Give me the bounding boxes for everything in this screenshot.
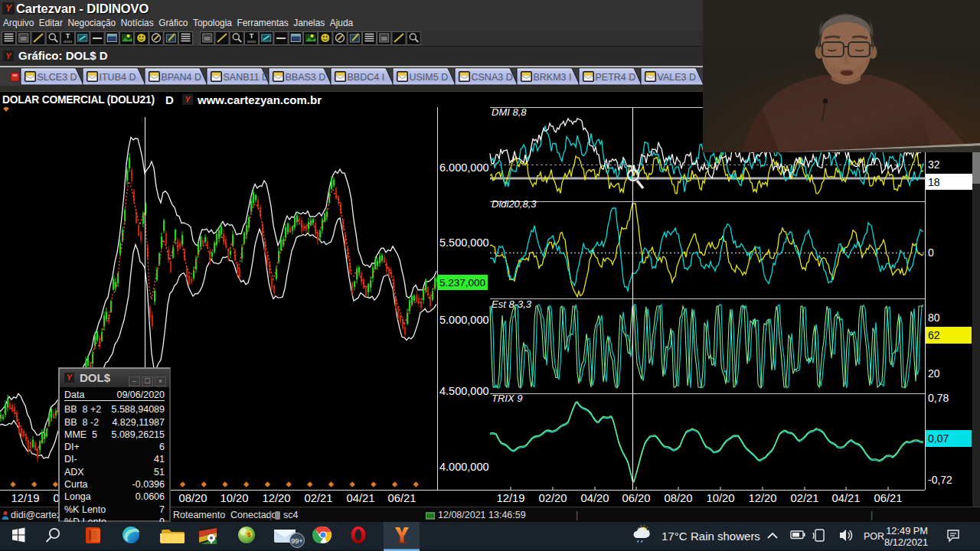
- svg-text:02/20: 02/20: [538, 492, 567, 504]
- svg-text:VALE3 D: VALE3 D: [658, 72, 697, 83]
- svg-text:04/21: 04/21: [346, 492, 374, 504]
- svg-text:12:49 PM: 12:49 PM: [886, 525, 928, 536]
- svg-text:5.500,000: 5.500,000: [439, 236, 489, 249]
- svg-text:BRKM3 I: BRKM3 I: [534, 72, 572, 83]
- svg-text:62: 62: [928, 329, 940, 341]
- svg-text:POR: POR: [864, 531, 884, 542]
- svg-text:12/20: 12/20: [262, 492, 290, 504]
- svg-text:4.500,000: 4.500,000: [439, 385, 489, 397]
- svg-text:SANB11 D: SANB11 D: [224, 72, 270, 83]
- svg-text:Rain showers: Rain showers: [691, 530, 760, 543]
- svg-text:12/19: 12/19: [11, 492, 39, 504]
- svg-text:80: 80: [928, 311, 940, 324]
- svg-text:12/20: 12/20: [748, 492, 776, 504]
- svg-text:04/20: 04/20: [580, 492, 609, 504]
- svg-text:32: 32: [928, 158, 940, 171]
- svg-text:6.000,000: 6.000,000: [439, 161, 489, 174]
- svg-text:08/20: 08/20: [664, 492, 692, 504]
- svg-text:-0,72: -0,72: [928, 474, 952, 486]
- svg-text:Didi20,8,3: Didi20,8,3: [492, 198, 537, 210]
- svg-text:texto: texto: [247, 39, 256, 44]
- svg-text:18: 18: [928, 176, 940, 188]
- svg-text:BPAN4 D: BPAN4 D: [162, 72, 202, 83]
- svg-text:Est 8-3,3: Est 8-3,3: [492, 298, 532, 310]
- svg-text:04/21: 04/21: [831, 492, 860, 504]
- svg-text:10/20: 10/20: [220, 492, 248, 504]
- svg-text:5.000,000: 5.000,000: [439, 314, 489, 326]
- svg-text:TRIX 9: TRIX 9: [492, 393, 522, 404]
- svg-text:17°C: 17°C: [662, 530, 688, 543]
- svg-text:8/12/2021: 8/12/2021: [884, 536, 928, 548]
- svg-text:99+: 99+: [291, 537, 302, 545]
- svg-text:0,78: 0,78: [928, 392, 949, 404]
- svg-text:06/21: 06/21: [387, 492, 416, 504]
- svg-text:texto: texto: [64, 39, 72, 44]
- svg-text:10/20: 10/20: [706, 492, 734, 504]
- svg-text:CSNA3 D: CSNA3 D: [472, 72, 513, 83]
- svg-text:0: 0: [928, 246, 934, 259]
- svg-text:06/20: 06/20: [622, 492, 650, 504]
- svg-text:02/21: 02/21: [304, 492, 332, 504]
- svg-text:4.000,000: 4.000,000: [439, 461, 489, 473]
- svg-text:08/20: 08/20: [178, 492, 207, 504]
- svg-text:06/21: 06/21: [874, 492, 902, 504]
- svg-text:5.237,000: 5.237,000: [439, 277, 485, 289]
- svg-text:USIM5 D: USIM5 D: [410, 72, 449, 83]
- svg-text:SLCE3 D: SLCE3 D: [38, 72, 77, 83]
- svg-text:$: $: [247, 531, 251, 539]
- svg-text:02/21: 02/21: [790, 492, 818, 504]
- svg-text:BBAS3 D: BBAS3 D: [286, 72, 326, 83]
- svg-text:PETR4 D: PETR4 D: [596, 72, 636, 83]
- svg-text:20: 20: [928, 367, 940, 380]
- svg-text:0,07: 0,07: [928, 432, 949, 445]
- svg-text:DMI 8,8: DMI 8,8: [492, 107, 527, 118]
- svg-text:ITUB4 D: ITUB4 D: [100, 72, 136, 83]
- svg-text:BBDC4 I: BBDC4 I: [348, 72, 385, 83]
- svg-text:12/19: 12/19: [496, 492, 524, 504]
